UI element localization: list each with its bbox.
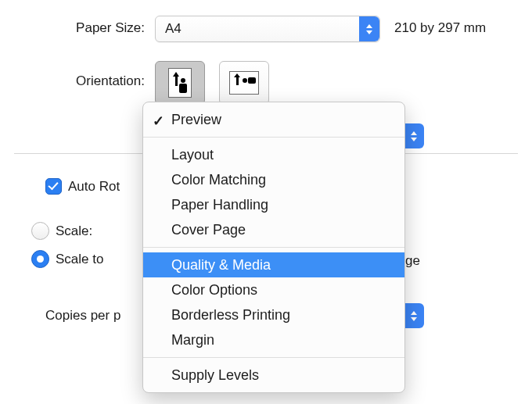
- paper-size-select[interactable]: A4: [155, 16, 380, 42]
- menu-separator: [143, 357, 404, 358]
- menu-separator: [143, 137, 404, 138]
- scale-to-fit-row: Scale to: [31, 250, 103, 268]
- menu-item-label: Quality & Media: [171, 257, 271, 274]
- menu-item-label: Color Matching: [171, 172, 266, 188]
- section-select-arrows-icon[interactable]: [404, 123, 424, 148]
- menu-item-label: Borderless Printing: [171, 307, 290, 324]
- copies-select-arrows-icon[interactable]: [404, 303, 424, 328]
- scale-label: Scale:: [56, 223, 92, 239]
- options-dropdown-menu: ✓ Preview Layout Color Matching Paper Ha…: [142, 102, 405, 393]
- updown-arrows-icon: [359, 16, 379, 41]
- menu-item-borderless-printing[interactable]: Borderless Printing: [143, 302, 404, 327]
- menu-item-label: Preview: [171, 112, 221, 128]
- menu-item-label: Layout: [171, 147, 214, 163]
- auto-rotate-row: Auto Rot: [45, 178, 120, 195]
- menu-item-label: Color Options: [171, 282, 257, 299]
- menu-item-margin[interactable]: Margin: [143, 327, 404, 352]
- orientation-label: Orientation:: [0, 73, 145, 89]
- scale-row: Scale:: [31, 222, 92, 240]
- scale-to-fit-radio[interactable]: [31, 250, 49, 268]
- menu-item-color-options[interactable]: Color Options: [143, 277, 404, 302]
- orientation-row: Orientation:: [0, 61, 532, 105]
- menu-item-label: Margin: [171, 332, 214, 349]
- portrait-page-icon: [168, 68, 192, 98]
- paper-size-value: A4: [156, 21, 359, 37]
- copies-per-page-label: Copies per p: [45, 308, 120, 324]
- orientation-landscape-button[interactable]: [219, 61, 269, 105]
- menu-item-preview[interactable]: ✓ Preview: [143, 107, 404, 132]
- checkmark-icon: ✓: [153, 113, 164, 130]
- menu-item-cover-page[interactable]: Cover Page: [143, 217, 404, 242]
- auto-rotate-checkbox[interactable]: [45, 178, 62, 195]
- menu-item-label: Supply Levels: [171, 367, 259, 384]
- paper-size-row: Paper Size: A4 210 by 297 mm: [0, 16, 532, 42]
- landscape-page-icon: [229, 71, 259, 95]
- paper-dimensions: 210 by 297 mm: [394, 20, 486, 36]
- auto-rotate-label: Auto Rot: [68, 179, 120, 195]
- orientation-portrait-button[interactable]: [155, 61, 205, 105]
- paper-size-label: Paper Size:: [0, 20, 145, 36]
- menu-item-quality-media[interactable]: Quality & Media: [143, 252, 404, 277]
- orientation-buttons: [155, 61, 269, 105]
- menu-item-layout[interactable]: Layout: [143, 142, 404, 167]
- menu-item-supply-levels[interactable]: Supply Levels: [143, 363, 404, 388]
- menu-item-color-matching[interactable]: Color Matching: [143, 167, 404, 192]
- menu-item-paper-handling[interactable]: Paper Handling: [143, 192, 404, 217]
- menu-item-label: Cover Page: [171, 222, 246, 238]
- menu-separator: [143, 247, 404, 248]
- menu-item-label: Paper Handling: [171, 197, 268, 213]
- scale-radio[interactable]: [31, 222, 49, 240]
- scale-to-fit-label: Scale to: [56, 252, 103, 267]
- scale-to-fit-suffix: ge: [405, 253, 420, 269]
